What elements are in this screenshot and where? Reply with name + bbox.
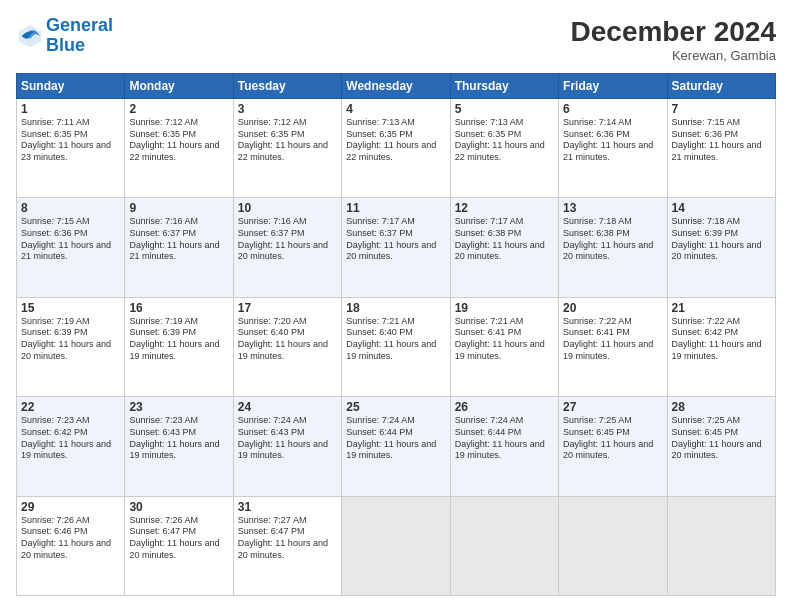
table-row	[559, 496, 667, 595]
sunset-text: Sunset: 6:43 PM	[238, 427, 337, 439]
logo-line2: Blue	[46, 35, 85, 55]
sunset-text: Sunset: 6:38 PM	[455, 228, 554, 240]
calendar-week-3: 15 Sunrise: 7:19 AM Sunset: 6:39 PM Dayl…	[17, 297, 776, 396]
day-number: 23	[129, 400, 228, 414]
sunset-text: Sunset: 6:42 PM	[21, 427, 120, 439]
cell-info: Sunrise: 7:23 AM Sunset: 6:42 PM Dayligh…	[21, 415, 120, 462]
header: General Blue December 2024 Kerewan, Gamb…	[16, 16, 776, 63]
sunrise-text: Sunrise: 7:17 AM	[455, 216, 554, 228]
table-row: 24 Sunrise: 7:24 AM Sunset: 6:43 PM Dayl…	[233, 397, 341, 496]
title-block: December 2024 Kerewan, Gambia	[571, 16, 776, 63]
cell-info: Sunrise: 7:12 AM Sunset: 6:35 PM Dayligh…	[238, 117, 337, 164]
sunset-text: Sunset: 6:47 PM	[238, 526, 337, 538]
day-number: 6	[563, 102, 662, 116]
day-number: 12	[455, 201, 554, 215]
sunset-text: Sunset: 6:43 PM	[129, 427, 228, 439]
month-title: December 2024	[571, 16, 776, 48]
logo: General Blue	[16, 16, 113, 56]
cell-info: Sunrise: 7:21 AM Sunset: 6:41 PM Dayligh…	[455, 316, 554, 363]
day-number: 7	[672, 102, 771, 116]
daylight-text: Daylight: 11 hours and 20 minutes.	[563, 439, 662, 462]
logo-line1: General	[46, 15, 113, 35]
table-row: 23 Sunrise: 7:23 AM Sunset: 6:43 PM Dayl…	[125, 397, 233, 496]
sunrise-text: Sunrise: 7:24 AM	[238, 415, 337, 427]
day-number: 26	[455, 400, 554, 414]
cell-info: Sunrise: 7:14 AM Sunset: 6:36 PM Dayligh…	[563, 117, 662, 164]
sunset-text: Sunset: 6:37 PM	[238, 228, 337, 240]
cell-info: Sunrise: 7:11 AM Sunset: 6:35 PM Dayligh…	[21, 117, 120, 164]
sunrise-text: Sunrise: 7:18 AM	[672, 216, 771, 228]
daylight-text: Daylight: 11 hours and 19 minutes.	[238, 339, 337, 362]
sunset-text: Sunset: 6:44 PM	[346, 427, 445, 439]
sunrise-text: Sunrise: 7:13 AM	[455, 117, 554, 129]
sunrise-text: Sunrise: 7:14 AM	[563, 117, 662, 129]
daylight-text: Daylight: 11 hours and 20 minutes.	[346, 240, 445, 263]
daylight-text: Daylight: 11 hours and 20 minutes.	[455, 240, 554, 263]
sunset-text: Sunset: 6:47 PM	[129, 526, 228, 538]
table-row: 11 Sunrise: 7:17 AM Sunset: 6:37 PM Dayl…	[342, 198, 450, 297]
daylight-text: Daylight: 11 hours and 19 minutes.	[563, 339, 662, 362]
day-number: 13	[563, 201, 662, 215]
cell-info: Sunrise: 7:16 AM Sunset: 6:37 PM Dayligh…	[238, 216, 337, 263]
sunrise-text: Sunrise: 7:23 AM	[129, 415, 228, 427]
daylight-text: Daylight: 11 hours and 21 minutes.	[21, 240, 120, 263]
day-number: 5	[455, 102, 554, 116]
cell-info: Sunrise: 7:24 AM Sunset: 6:43 PM Dayligh…	[238, 415, 337, 462]
day-number: 18	[346, 301, 445, 315]
day-number: 25	[346, 400, 445, 414]
sunset-text: Sunset: 6:39 PM	[672, 228, 771, 240]
table-row: 28 Sunrise: 7:25 AM Sunset: 6:45 PM Dayl…	[667, 397, 775, 496]
sunset-text: Sunset: 6:36 PM	[672, 129, 771, 141]
cell-info: Sunrise: 7:12 AM Sunset: 6:35 PM Dayligh…	[129, 117, 228, 164]
cell-info: Sunrise: 7:27 AM Sunset: 6:47 PM Dayligh…	[238, 515, 337, 562]
table-row: 7 Sunrise: 7:15 AM Sunset: 6:36 PM Dayli…	[667, 99, 775, 198]
daylight-text: Daylight: 11 hours and 19 minutes.	[455, 439, 554, 462]
daylight-text: Daylight: 11 hours and 19 minutes.	[346, 439, 445, 462]
day-number: 16	[129, 301, 228, 315]
calendar-week-4: 22 Sunrise: 7:23 AM Sunset: 6:42 PM Dayl…	[17, 397, 776, 496]
sunset-text: Sunset: 6:40 PM	[346, 327, 445, 339]
sunrise-text: Sunrise: 7:19 AM	[21, 316, 120, 328]
cell-info: Sunrise: 7:17 AM Sunset: 6:38 PM Dayligh…	[455, 216, 554, 263]
daylight-text: Daylight: 11 hours and 20 minutes.	[21, 538, 120, 561]
cell-info: Sunrise: 7:17 AM Sunset: 6:37 PM Dayligh…	[346, 216, 445, 263]
sunrise-text: Sunrise: 7:19 AM	[129, 316, 228, 328]
table-row: 13 Sunrise: 7:18 AM Sunset: 6:38 PM Dayl…	[559, 198, 667, 297]
table-row: 31 Sunrise: 7:27 AM Sunset: 6:47 PM Dayl…	[233, 496, 341, 595]
sunrise-text: Sunrise: 7:18 AM	[563, 216, 662, 228]
sunset-text: Sunset: 6:38 PM	[563, 228, 662, 240]
cell-info: Sunrise: 7:15 AM Sunset: 6:36 PM Dayligh…	[21, 216, 120, 263]
daylight-text: Daylight: 11 hours and 20 minutes.	[563, 240, 662, 263]
daylight-text: Daylight: 11 hours and 21 minutes.	[129, 240, 228, 263]
cell-info: Sunrise: 7:26 AM Sunset: 6:46 PM Dayligh…	[21, 515, 120, 562]
cell-info: Sunrise: 7:25 AM Sunset: 6:45 PM Dayligh…	[672, 415, 771, 462]
sunrise-text: Sunrise: 7:16 AM	[238, 216, 337, 228]
day-number: 4	[346, 102, 445, 116]
calendar-week-5: 29 Sunrise: 7:26 AM Sunset: 6:46 PM Dayl…	[17, 496, 776, 595]
table-row: 9 Sunrise: 7:16 AM Sunset: 6:37 PM Dayli…	[125, 198, 233, 297]
table-row: 16 Sunrise: 7:19 AM Sunset: 6:39 PM Dayl…	[125, 297, 233, 396]
day-number: 11	[346, 201, 445, 215]
day-number: 22	[21, 400, 120, 414]
day-number: 27	[563, 400, 662, 414]
table-row: 30 Sunrise: 7:26 AM Sunset: 6:47 PM Dayl…	[125, 496, 233, 595]
table-row: 12 Sunrise: 7:17 AM Sunset: 6:38 PM Dayl…	[450, 198, 558, 297]
daylight-text: Daylight: 11 hours and 19 minutes.	[238, 439, 337, 462]
daylight-text: Daylight: 11 hours and 19 minutes.	[21, 439, 120, 462]
sunrise-text: Sunrise: 7:12 AM	[129, 117, 228, 129]
day-number: 1	[21, 102, 120, 116]
table-row: 26 Sunrise: 7:24 AM Sunset: 6:44 PM Dayl…	[450, 397, 558, 496]
sunrise-text: Sunrise: 7:12 AM	[238, 117, 337, 129]
cell-info: Sunrise: 7:21 AM Sunset: 6:40 PM Dayligh…	[346, 316, 445, 363]
cell-info: Sunrise: 7:13 AM Sunset: 6:35 PM Dayligh…	[346, 117, 445, 164]
sunset-text: Sunset: 6:39 PM	[129, 327, 228, 339]
sunset-text: Sunset: 6:45 PM	[563, 427, 662, 439]
sunrise-text: Sunrise: 7:22 AM	[672, 316, 771, 328]
day-number: 19	[455, 301, 554, 315]
table-row: 5 Sunrise: 7:13 AM Sunset: 6:35 PM Dayli…	[450, 99, 558, 198]
logo-icon	[16, 22, 44, 50]
table-row	[450, 496, 558, 595]
sunrise-text: Sunrise: 7:27 AM	[238, 515, 337, 527]
col-saturday: Saturday	[667, 74, 775, 99]
sunset-text: Sunset: 6:36 PM	[563, 129, 662, 141]
